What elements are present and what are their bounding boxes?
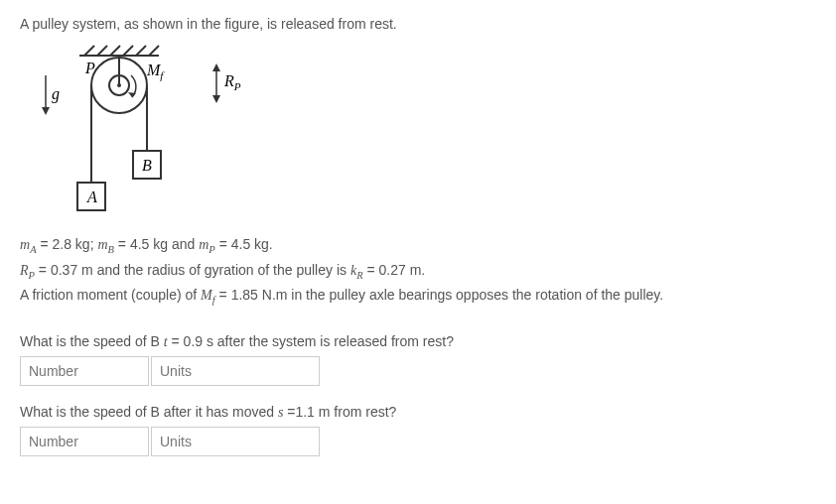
q2-units-input[interactable]	[151, 427, 320, 456]
svg-line-5	[136, 46, 146, 56]
fig-label-g: g	[52, 85, 60, 103]
fig-label-B: B	[142, 157, 152, 174]
fig-label-Rp: RP	[223, 72, 241, 92]
svg-marker-20	[42, 107, 50, 115]
q1-number-input[interactable]	[20, 356, 149, 386]
pulley-figure: A B P Mf RP g	[20, 44, 816, 215]
fig-label-Mf: Mf	[146, 62, 165, 81]
parameters-block: mA = 2.8 kg; mB = 4.5 kg and mP = 4.5 kg…	[20, 233, 816, 310]
svg-line-4	[123, 46, 133, 56]
fig-label-A: A	[86, 189, 97, 205]
svg-line-6	[149, 46, 159, 56]
q2-number-input[interactable]	[20, 427, 149, 456]
intro-text: A pulley system, as shown in the figure,…	[20, 16, 816, 32]
svg-line-3	[110, 46, 120, 56]
svg-line-1	[84, 46, 94, 56]
question-2: What is the speed of B after it has move…	[20, 404, 816, 456]
question-1: What is the speed of B t = 0.9 s after t…	[20, 333, 816, 386]
svg-marker-18	[212, 95, 220, 103]
fig-label-P: P	[84, 60, 95, 76]
svg-point-10	[117, 83, 121, 87]
q1-units-input[interactable]	[151, 356, 320, 386]
svg-marker-17	[212, 63, 220, 71]
svg-line-2	[97, 46, 107, 56]
